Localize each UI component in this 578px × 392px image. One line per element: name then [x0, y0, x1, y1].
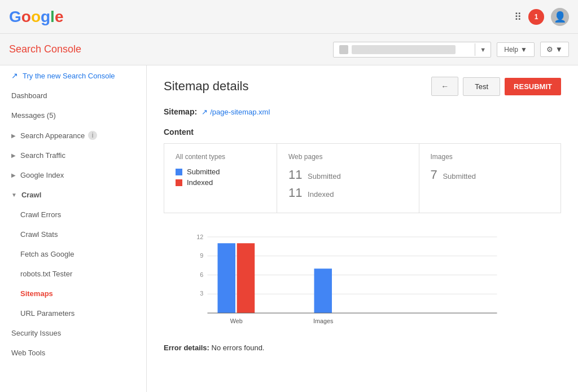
images-submitted-label: Submitted [443, 172, 476, 180]
error-details-label: Error details: [164, 343, 209, 352]
svg-text:3: 3 [200, 290, 203, 297]
sitemap-label: Sitemap: [164, 107, 197, 116]
web-submitted-count: 11 [288, 168, 302, 182]
bar-chart: 12 9 6 3 Web Images [164, 227, 531, 328]
sidebar-item-robots-tester[interactable]: robots.txt Tester [0, 264, 146, 284]
url-dropdown-arrow[interactable]: ▼ [475, 43, 491, 56]
settings-button[interactable]: ⚙ ▼ [540, 42, 569, 57]
app-header: Search Console ■■■■■■■■■■■■■■■■■■■ ▼ Hel… [0, 34, 578, 65]
sidebar-item-search-appearance[interactable]: ▶ Search Appearance i [0, 125, 146, 146]
sitemap-external-icon: ↗ [202, 108, 208, 116]
sidebar-item-google-index[interactable]: ▶ Google Index [0, 165, 146, 185]
sidebar-item-web-tools[interactable]: Web Tools [0, 343, 146, 363]
sidebar-item-sitemaps[interactable]: Sitemaps [0, 284, 146, 303]
gear-icon: ⚙ [546, 45, 553, 54]
images-submitted-count: 7 [431, 168, 437, 182]
new-console-link[interactable]: ↗ Try the new Search Console [0, 65, 146, 86]
topbar-right: ⠿ 1 👤 [514, 8, 569, 26]
svg-text:12: 12 [196, 234, 203, 240]
chart-container: 12 9 6 3 Web Images [164, 227, 561, 330]
sidebar-item-fetch-as-google[interactable]: Fetch as Google [0, 244, 146, 264]
main-container: ↗ Try the new Search Console Dashboard M… [0, 65, 578, 392]
web-pages-title: Web pages [288, 153, 408, 161]
info-icon: i [88, 131, 97, 140]
content-header: Sitemap details ← Test RESUBMIT [164, 77, 561, 96]
sidebar-item-dashboard[interactable]: Dashboard [0, 86, 146, 105]
legend-submitted: Submitted [176, 168, 265, 176]
test-button[interactable]: Test [463, 77, 500, 96]
sidebar-item-crawl[interactable]: ▼ Crawl [0, 185, 146, 205]
expand-arrow: ▶ [11, 152, 16, 158]
web-indexed-count: 11 [288, 186, 302, 200]
grid-icon[interactable]: ⠿ [514, 11, 522, 23]
user-avatar[interactable]: 👤 [551, 8, 569, 26]
svg-text:Web: Web [230, 318, 243, 324]
web-indexed-label: Indexed [308, 190, 334, 199]
expand-arrow: ▶ [11, 172, 16, 178]
sidebar-item-messages[interactable]: Messages (5) [0, 105, 146, 125]
url-selector[interactable]: ■■■■■■■■■■■■■■■■■■■ ▼ [333, 42, 491, 58]
svg-text:9: 9 [200, 252, 203, 259]
site-favicon [339, 45, 348, 54]
images-submitted-bar [314, 268, 332, 313]
site-url: ■■■■■■■■■■■■■■■■■■■ [352, 45, 456, 54]
header-actions: ← Test RESUBMIT [431, 77, 561, 96]
images-submitted-row: 7 Submitted [431, 168, 550, 182]
error-details-value: No errors found. [212, 343, 265, 352]
resubmit-button[interactable]: RESUBMIT [505, 78, 561, 95]
svg-text:Images: Images [313, 318, 333, 324]
brand-title: Search Console [9, 43, 81, 55]
legend-indexed: Indexed [176, 178, 265, 187]
sidebar-item-crawl-errors[interactable]: Crawl Errors [0, 205, 146, 224]
content-section-title: Content [164, 127, 561, 136]
images-card: Images 7 Submitted [419, 144, 561, 213]
sitemap-link[interactable]: ↗ /page-sitemap.xml [202, 108, 270, 116]
help-button[interactable]: Help ▼ [497, 42, 535, 57]
topbar-left: Google [9, 8, 63, 26]
google-logo: Google [9, 8, 63, 26]
web-submitted-label: Submitted [308, 172, 341, 180]
all-content-types-title: All content types [176, 153, 265, 161]
expand-arrow: ▶ [11, 133, 16, 139]
sidebar-item-search-traffic[interactable]: ▶ Search Traffic [0, 146, 146, 165]
sidebar-item-crawl-stats[interactable]: Crawl Stats [0, 224, 146, 244]
svg-text:6: 6 [200, 271, 203, 278]
content-area: Sitemap details ← Test RESUBMIT Sitemap:… [147, 65, 578, 392]
sidebar-item-url-parameters[interactable]: URL Parameters [0, 303, 146, 323]
external-link-icon: ↗ [11, 71, 18, 80]
notification-badge[interactable]: 1 [528, 9, 544, 25]
expand-arrow: ▼ [11, 192, 17, 198]
web-submitted-bar [218, 243, 236, 313]
web-indexed-bar [237, 243, 255, 313]
web-submitted-row: 11 Submitted [288, 168, 408, 182]
back-button[interactable]: ← [431, 77, 458, 96]
images-title: Images [431, 153, 550, 161]
topbar: Google ⠿ 1 👤 [0, 0, 578, 34]
sidebar-item-security-issues[interactable]: Security Issues [0, 323, 146, 343]
sidebar: ↗ Try the new Search Console Dashboard M… [0, 65, 147, 392]
error-details: Error details: No errors found. [164, 343, 561, 352]
sitemap-reference: Sitemap: ↗ /page-sitemap.xml [164, 107, 561, 116]
web-pages-card: Web pages 11 Submitted 11 Indexed [277, 144, 419, 213]
submitted-color [176, 169, 182, 175]
all-content-types-card: All content types Submitted Indexed [164, 144, 277, 213]
page-title: Sitemap details [164, 79, 248, 94]
indexed-color [176, 179, 182, 186]
content-cards: All content types Submitted Indexed Web … [164, 143, 561, 213]
web-indexed-row: 11 Indexed [288, 186, 408, 200]
